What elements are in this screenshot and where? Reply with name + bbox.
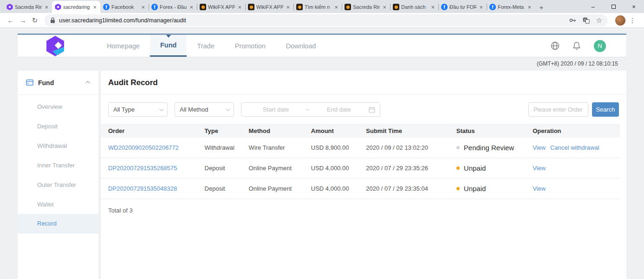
address-bar[interactable]: user.sacredaring1limited.com/fund/manage… — [45, 14, 608, 27]
reload-button[interactable]: ↻ — [29, 16, 41, 25]
table-row: DP202007291535268575DepositOnline Paymen… — [101, 158, 620, 179]
browser-tab[interactable]: WikiFX APP× — [197, 1, 245, 13]
sidebar-item-inner-transfer[interactable]: Inner Transfer — [18, 155, 98, 175]
chevron-down-icon — [226, 106, 230, 111]
tab-close-icon[interactable]: × — [44, 4, 49, 11]
operation-cell: View — [533, 165, 620, 172]
bookmark-star-icon[interactable]: ☆ — [596, 16, 602, 25]
lock-icon — [50, 17, 55, 23]
facebook-favicon — [441, 4, 448, 10]
sidebar-item-overview[interactable]: Overview — [18, 97, 98, 116]
nav-item-label: Promotion — [235, 42, 266, 50]
restore-button[interactable] — [603, 0, 624, 13]
column-header-amount: Amount — [311, 127, 366, 134]
browser-tab[interactable]: Facebook× — [100, 1, 149, 13]
search-button[interactable]: Search — [592, 102, 619, 117]
view-link[interactable]: View — [533, 165, 546, 172]
browser-tab[interactable]: Tìm kiếm n× — [293, 1, 342, 13]
notification-bell-icon[interactable] — [572, 41, 581, 50]
browser-tab[interactable]: sacredaring× — [52, 1, 100, 13]
order-number-link[interactable]: DP202007291535268575 — [101, 165, 205, 172]
method-select[interactable]: All Method — [175, 102, 234, 117]
sidebar-item-deposit[interactable]: Deposit — [18, 116, 98, 136]
nav-item-fund[interactable]: Fund — [150, 35, 187, 57]
sidebar-fund-group[interactable]: Fund — [18, 71, 98, 95]
tab-close-icon[interactable]: × — [382, 4, 387, 11]
submit-time-cell: 2020 / 09 / 02 13:02:20 — [366, 144, 456, 151]
cancel-withdrawal-link[interactable]: Cancel withdrawal — [550, 144, 599, 151]
view-link[interactable]: View — [533, 185, 546, 192]
sidebar-item-outer-transfer[interactable]: Outer Transfer — [18, 175, 98, 194]
language-globe-icon[interactable] — [551, 41, 559, 50]
order-number-link[interactable]: WD202009020502206772 — [101, 144, 205, 151]
view-link[interactable]: View — [533, 144, 546, 151]
order-search-input[interactable] — [528, 102, 588, 117]
wikifx-favicon — [393, 4, 399, 10]
tab-close-icon[interactable]: × — [285, 4, 291, 11]
close-window-button[interactable]: × — [624, 0, 644, 13]
tab-strip: Sacreda Rin×sacredaring×Facebook×Forex -… — [0, 0, 644, 13]
password-key-icon[interactable] — [569, 17, 576, 23]
wikifx-favicon — [296, 4, 303, 10]
browser-tab[interactable]: Đầu tư FOR× — [438, 1, 487, 13]
browser-tab[interactable]: Danh sách× — [390, 1, 438, 13]
forward-button[interactable]: → — [17, 16, 29, 24]
nav-item-promotion[interactable]: Promotion — [225, 35, 276, 57]
chevron-up-icon — [85, 81, 90, 86]
translate-icon[interactable]: A — [583, 17, 590, 24]
sidebar-item-label: Inner Transfer — [37, 162, 75, 169]
nav-item-download[interactable]: Download — [276, 35, 326, 57]
browser-tab[interactable]: Forex - Đầu× — [149, 1, 197, 13]
user-avatar[interactable]: N — [594, 40, 606, 52]
table-header-row: OrderTypeMethodAmountSubmit TimeStatusOp… — [101, 124, 620, 138]
window-controls: – × — [583, 0, 644, 13]
status-text: Unpaid — [464, 164, 486, 172]
tab-close-icon[interactable]: × — [237, 4, 242, 11]
tab-close-icon[interactable]: × — [140, 4, 146, 11]
status-text: Unpaid — [464, 185, 486, 193]
browser-tab[interactable]: Forex-Meta× — [487, 1, 535, 13]
type-select[interactable]: All Type — [108, 102, 168, 117]
browser-tab[interactable]: WikiFX APP× — [245, 1, 293, 13]
browser-tab[interactable]: Sacreda Rin× — [342, 1, 390, 13]
new-tab-button[interactable]: + — [535, 1, 548, 13]
nav-item-trade[interactable]: Trade — [187, 35, 224, 57]
submit-time-cell: 2020 / 07 / 29 23:35:26 — [366, 165, 456, 172]
browser-tab[interactable]: Sacreda Rin× — [4, 1, 52, 13]
page: HomepageFundTradePromotionDownload N (GM… — [0, 33, 644, 279]
site-logo — [46, 36, 65, 56]
tab-close-icon[interactable]: × — [189, 4, 194, 11]
date-range-picker[interactable]: Start date ~ End date — [241, 102, 380, 117]
method-cell: Online Payment — [249, 185, 311, 192]
tab-close-icon[interactable]: × — [333, 4, 339, 11]
column-header-submit-time: Submit Time — [366, 127, 456, 134]
wikifx-favicon — [248, 4, 254, 10]
sidebar-item-label: Overview — [37, 103, 62, 110]
main-panel: Audit Record All Type All Method Start d… — [101, 71, 626, 279]
facebook-favicon — [489, 4, 496, 10]
sidebar-item-wallet[interactable]: Wallet — [18, 194, 98, 214]
minimize-button[interactable]: – — [583, 0, 603, 13]
nav-item-homepage[interactable]: Homepage — [97, 35, 150, 57]
sidebar-item-withdrawal[interactable]: Withdrawal — [18, 136, 98, 155]
tab-title: Sacreda Rin — [15, 4, 42, 10]
browser-menu-icon[interactable]: ⋮ — [625, 17, 639, 24]
sidebar-item-label: Wallet — [37, 201, 54, 208]
tab-close-icon[interactable]: × — [92, 4, 98, 11]
table-row: DP202007291535048328DepositOnline Paymen… — [101, 179, 620, 199]
status-cell: Pending Review — [456, 144, 533, 152]
back-button[interactable]: ← — [5, 16, 17, 24]
submit-time-cell: 2020 / 07 / 29 23:35:04 — [366, 185, 456, 192]
order-number-link[interactable]: DP202007291535048328 — [101, 185, 205, 192]
browser-profile-avatar[interactable] — [615, 15, 625, 26]
type-select-value: All Type — [113, 106, 135, 113]
tab-strip-tabs: Sacreda Rin×sacredaring×Facebook×Forex -… — [4, 1, 535, 13]
sidebar-item-record[interactable]: Record — [18, 214, 98, 233]
tab-close-icon[interactable]: × — [527, 4, 532, 11]
tab-close-icon[interactable]: × — [430, 4, 436, 11]
tab-close-icon[interactable]: × — [478, 4, 484, 11]
nav-item-label: Trade — [197, 42, 214, 50]
status-cell: Unpaid — [456, 185, 533, 193]
column-header-order: Order — [101, 127, 205, 134]
calendar-icon — [369, 106, 375, 113]
